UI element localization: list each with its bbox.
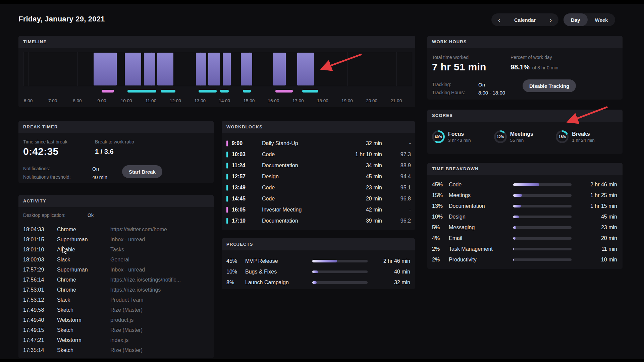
timeline-workblock[interactable] <box>157 53 173 85</box>
workblock-name: Investor Meeting <box>262 207 332 213</box>
workblock-duration: 45 min <box>332 174 382 180</box>
workblock-row[interactable]: 16:05Investor Meeting42 min- <box>222 204 415 215</box>
activity-app: Sketch <box>57 347 110 353</box>
breakdown-bar-fill <box>513 226 516 229</box>
activity-row: 17:49:58SketchRize (Master) <box>18 305 214 315</box>
workblock-row[interactable]: 10:03Code1 hr 10 min97.3 <box>222 149 415 160</box>
activity-detail: Rize (Master) <box>110 307 209 313</box>
notifications-threshold-value: 40 min <box>92 174 107 180</box>
timeline-workblock[interactable] <box>241 53 252 85</box>
timeline-hour-label: 17:00 <box>292 98 304 103</box>
breakdown-bar-track <box>513 248 572 250</box>
timeline-category-bar <box>102 90 114 93</box>
activity-time: 17:35:14 <box>23 347 57 353</box>
workblock-row[interactable]: 17:10Documentation39 min96.2 <box>222 215 415 226</box>
score-percent: 60% <box>434 132 443 141</box>
workblock-row[interactable]: 14:45Code20 min96.8 <box>222 193 415 204</box>
breakdown-percent: 5% <box>432 225 449 231</box>
activity-time: 17:49:58 <box>23 307 57 313</box>
project-percent: 10% <box>226 269 245 275</box>
workblock-score: 96.8 <box>382 196 411 202</box>
breakdown-percent: 13% <box>432 203 449 209</box>
activity-row: 17:57:29SuperhumanInbox - unread <box>18 265 214 275</box>
breakdown-name: Documentation <box>449 203 513 209</box>
tab-week[interactable]: Week <box>588 13 615 26</box>
breakdown-percent: 10% <box>432 214 449 220</box>
breakdown-row: 2%Task Management11 min <box>427 244 623 254</box>
timeline-chart <box>23 52 412 86</box>
timeline-workblock[interactable] <box>196 53 206 85</box>
work-hours-header: WORK HOURS <box>427 36 623 48</box>
activity-panel: ACTIVITY Desktop application: Ok 18:04:3… <box>18 195 214 358</box>
breakdown-percent: 2% <box>432 246 449 252</box>
timeline-workblock[interactable] <box>223 53 231 85</box>
tracking-hours-value: 8:00 - 18:00 <box>478 90 505 96</box>
timeline-category-bar <box>161 90 175 93</box>
workblocks-list: 9:00Daily Stand-Up32 min-10:03Code1 hr 1… <box>222 138 415 226</box>
timeline-category-bar <box>220 90 229 93</box>
timeline-gridline <box>53 52 53 86</box>
calendar-button[interactable]: Calendar <box>514 17 536 23</box>
projects-list: 45%MVP Release2 hr 46 min10%Bugs & Fixes… <box>222 256 415 288</box>
activity-detail: https://rize.io/settings/notific... <box>110 277 209 283</box>
timeline-workblock[interactable] <box>125 53 142 85</box>
timeline-hour-label: 13:00 <box>194 98 206 103</box>
activity-time: 17:57:29 <box>23 267 57 273</box>
timeline-hour-label: 6:00 <box>24 98 33 103</box>
workblock-color-bar <box>226 140 228 146</box>
breakdown-duration: 1 hr 25 min <box>572 192 617 198</box>
workblock-duration: 23 min <box>332 185 382 191</box>
timeline-workblock[interactable] <box>144 53 155 85</box>
workblock-row[interactable]: 12:57Design45 min94.4 <box>222 171 415 182</box>
time-since-break-value: 0:42:35 <box>23 146 59 157</box>
disable-tracking-button[interactable]: Disable Tracking <box>523 79 576 92</box>
activity-time: 17:49:40 <box>23 317 57 323</box>
workblock-name: Daily Stand-Up <box>262 140 332 146</box>
workblock-time: 12:57 <box>232 174 262 180</box>
breakdown-bar-track <box>513 205 572 207</box>
project-percent: 45% <box>226 258 245 264</box>
workblock-row[interactable]: 11:24Documentation34 min88.9 <box>222 160 415 171</box>
project-duration: 2 hr 46 min <box>368 258 410 264</box>
activity-time: 18:01:10 <box>23 247 57 253</box>
score-text: Breaks1 hr 24 min <box>572 131 595 143</box>
project-percent: 8% <box>226 280 245 286</box>
activity-row: 17:47:21Webstormindex.js <box>18 335 214 345</box>
activity-row: 18:04:33Chromehttps://twitter.com/home <box>18 225 214 235</box>
activity-detail: index.js <box>110 337 209 343</box>
breakdown-duration: 10 min <box>572 257 617 263</box>
breakdown-name: Meetings <box>449 192 513 198</box>
timeline-gridline <box>347 52 348 86</box>
timeline-workblock[interactable] <box>94 53 117 85</box>
page-title: Friday, January 29, 2021 <box>18 15 105 23</box>
workblock-row[interactable]: 13:49Code23 min95.1 <box>222 182 415 193</box>
activity-app: Airtable <box>57 247 110 253</box>
workblock-score: 95.1 <box>382 185 411 191</box>
timeline-workblock[interactable] <box>273 53 285 85</box>
start-break-button[interactable]: Start Break <box>122 165 162 178</box>
project-name: MVP Release <box>245 258 312 264</box>
project-duration: 40 min <box>368 269 410 275</box>
breakdown-bar-track <box>513 237 572 240</box>
break-timer-header: BREAK TIMER <box>18 121 214 133</box>
timeline-workblock[interactable] <box>297 53 314 85</box>
chevron-left-icon[interactable]: ‹ <box>494 15 504 25</box>
activity-row: 18:01:10AirtableTasks <box>18 245 214 255</box>
breakdown-duration: 11 min <box>572 246 617 252</box>
workblock-time: 14:45 <box>232 196 262 202</box>
percent-workday-label: Percent of work day <box>511 55 552 60</box>
activity-list: 18:04:33Chromehttps://twitter.com/home18… <box>18 225 214 355</box>
activity-app: Slack <box>57 257 110 263</box>
chevron-right-icon[interactable]: › <box>546 15 556 25</box>
score-duration: 3 hr 43 min <box>448 138 471 143</box>
activity-app: Superhuman <box>57 237 110 243</box>
timeline-workblock[interactable] <box>208 53 220 85</box>
timeline-hour-label: 11:00 <box>145 98 156 103</box>
workblock-score: - <box>382 140 411 146</box>
activity-detail: Rize (Master) <box>110 347 209 353</box>
workblock-name: Code <box>262 196 332 202</box>
tab-day[interactable]: Day <box>564 13 588 26</box>
activity-detail: Tasks <box>110 247 209 253</box>
timeline-panel: TIMELINE 6:007:008:009:0010:0011:0012:00… <box>18 36 415 107</box>
workblock-row[interactable]: 9:00Daily Stand-Up32 min- <box>222 138 415 149</box>
